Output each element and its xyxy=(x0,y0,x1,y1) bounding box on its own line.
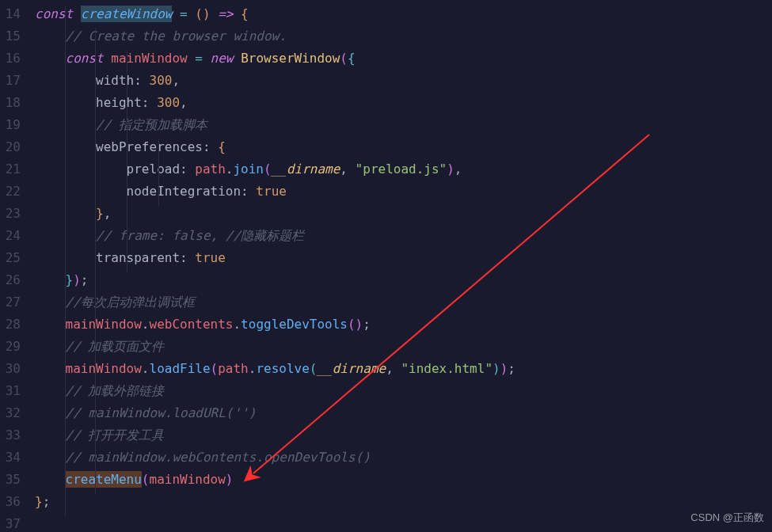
code-line[interactable]: // 加载外部链接 xyxy=(35,380,772,402)
line-number: 35 xyxy=(0,469,21,491)
line-number: 17 xyxy=(0,70,21,92)
watermark: CSDN @正函数 xyxy=(690,509,764,527)
function-call: createMenu xyxy=(66,471,142,488)
line-number: 33 xyxy=(0,424,21,446)
code-line[interactable] xyxy=(35,513,772,532)
code-line[interactable]: // mainWindow.loadURL('') xyxy=(35,402,772,424)
code-line[interactable]: preload: path.join(__dirname, "preload.j… xyxy=(35,158,772,180)
line-number: 27 xyxy=(0,291,21,314)
code-line[interactable]: mainWindow.webContents.toggleDevTools(); xyxy=(35,314,772,336)
line-number: 30 xyxy=(0,358,21,380)
code-editor[interactable]: 14 15 16 17 18 19 20 21 22 23 24 25 26 2… xyxy=(0,0,772,532)
line-number: 28 xyxy=(0,314,21,336)
code-line[interactable]: const mainWindow = new BrowserWindow({ xyxy=(35,48,772,70)
line-number: 26 xyxy=(0,269,21,291)
line-number: 31 xyxy=(0,380,21,402)
line-number: 14 xyxy=(0,3,21,25)
code-line[interactable]: const createWindow = () => { xyxy=(35,3,772,25)
line-number: 24 xyxy=(0,225,21,247)
code-line[interactable]: }; xyxy=(35,491,772,513)
function-definition: createWindow xyxy=(81,6,173,22)
line-number: 34 xyxy=(0,446,21,469)
code-line[interactable]: // mainWindow.webContents.openDevTools() xyxy=(35,446,772,469)
code-line[interactable]: width: 300, xyxy=(35,70,772,92)
line-number: 32 xyxy=(0,402,21,424)
code-line[interactable]: //每次启动弹出调试框 xyxy=(35,291,772,314)
line-number: 37 xyxy=(0,513,21,532)
line-number: 15 xyxy=(0,25,21,48)
code-line[interactable]: // 加载页面文件 xyxy=(35,336,772,358)
code-line[interactable]: // 指定预加载脚本 xyxy=(35,114,772,136)
code-line[interactable]: }, xyxy=(35,203,772,225)
code-line[interactable]: transparent: true xyxy=(35,247,772,269)
line-number: 29 xyxy=(0,336,21,358)
code-line[interactable]: // 打开开发工具 xyxy=(35,424,772,446)
code-area[interactable]: const createWindow = () => { // Create t… xyxy=(30,3,772,532)
line-number: 18 xyxy=(0,92,21,114)
line-number: 23 xyxy=(0,203,21,225)
line-number: 19 xyxy=(0,114,21,136)
line-number: 16 xyxy=(0,48,21,70)
code-line[interactable]: nodeIntegration: true xyxy=(35,180,772,203)
code-line[interactable]: // frame: false, //隐藏标题栏 xyxy=(35,225,772,247)
code-line[interactable]: height: 300, xyxy=(35,92,772,114)
code-line[interactable]: // Create the browser window. xyxy=(35,25,772,48)
line-number: 22 xyxy=(0,180,21,203)
code-line[interactable]: createMenu(mainWindow) xyxy=(35,469,772,491)
line-number-gutter: 14 15 16 17 18 19 20 21 22 23 24 25 26 2… xyxy=(0,3,30,532)
line-number: 36 xyxy=(0,491,21,513)
code-line[interactable]: }); xyxy=(35,269,772,291)
code-line[interactable]: mainWindow.loadFile(path.resolve(__dirna… xyxy=(35,358,772,380)
line-number: 21 xyxy=(0,158,21,180)
line-number: 20 xyxy=(0,136,21,158)
code-line[interactable]: webPreferences: { xyxy=(35,136,772,158)
line-number: 25 xyxy=(0,247,21,269)
